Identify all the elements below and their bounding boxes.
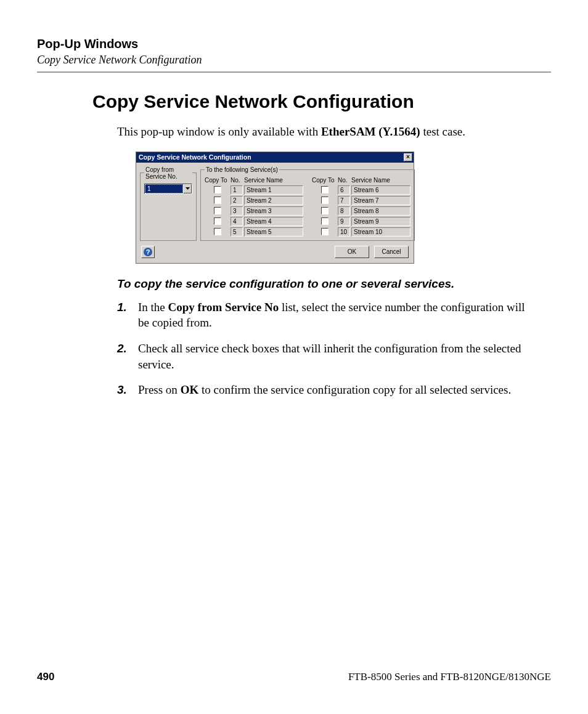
service-name: Stream 5: [244, 227, 303, 237]
intro-paragraph: This pop-up window is only available wit…: [117, 124, 539, 140]
col-no: No.: [338, 177, 351, 184]
service-header-row: Copy To No. Service Name: [312, 177, 410, 184]
dialog-titlebar: Copy Service Network Configuration ×: [136, 152, 414, 163]
service-row: 5 Stream 5: [205, 227, 303, 237]
service-name: Stream 1: [244, 185, 303, 195]
ok-button[interactable]: OK: [335, 246, 369, 258]
service-checkbox[interactable]: [321, 186, 329, 193]
product-name: FTB-8500 Series and FTB-8120NGE/8130NGE: [348, 671, 551, 683]
step-3: Press on OK to confirm the service confi…: [117, 382, 539, 398]
step-3-post: to confirm the service configuration cop…: [198, 383, 511, 396]
col-copy-to: Copy To: [205, 177, 231, 184]
copy-to-group: To the following Service(s) Copy To No. …: [200, 166, 415, 241]
service-row: 10 Stream 10: [312, 227, 410, 237]
service-no: 3: [231, 206, 243, 216]
service-no: 6: [338, 185, 350, 195]
service-row: 8 Stream 8: [312, 206, 410, 216]
service-checkbox[interactable]: [321, 228, 329, 235]
intro-post: test case.: [420, 125, 465, 138]
service-no: 7: [338, 196, 350, 205]
instruction-steps: In the Copy from Service No list, select…: [117, 299, 539, 398]
cancel-button[interactable]: Cancel: [374, 246, 409, 258]
copy-from-group: Copy from Service No. 1: [140, 166, 197, 241]
svg-marker-0: [186, 187, 190, 190]
col-name: Service Name: [244, 177, 303, 184]
service-checkbox[interactable]: [214, 197, 221, 204]
service-name: Stream 8: [351, 206, 410, 216]
service-row: 2 Stream 2: [205, 196, 303, 205]
step-2-text: Check all service check boxes that will …: [138, 342, 521, 371]
page-title: Copy Service Network Configuration: [92, 91, 551, 112]
intro-bold: EtherSAM (Y.1564): [321, 125, 420, 138]
service-no: 9: [338, 217, 350, 226]
dialog-title: Copy Service Network Configuration: [139, 153, 251, 161]
copy-from-legend: Copy from Service No.: [144, 166, 192, 180]
help-button[interactable]: ?: [141, 246, 155, 258]
copy-from-value: 1: [145, 184, 183, 193]
col-copy-to: Copy To: [312, 177, 338, 184]
page-footer: 490 FTB-8500 Series and FTB-8120NGE/8130…: [37, 671, 551, 683]
service-checkbox[interactable]: [214, 186, 221, 193]
step-3-bold: OK: [181, 383, 199, 396]
service-row: 3 Stream 3: [205, 206, 303, 216]
copy-service-dialog: Copy Service Network Configuration × Cop…: [136, 152, 414, 264]
close-button[interactable]: ×: [404, 153, 412, 161]
copy-to-legend: To the following Service(s): [205, 166, 279, 173]
col-name: Service Name: [351, 177, 410, 184]
close-icon: ×: [406, 154, 410, 160]
step-1: In the Copy from Service No list, select…: [117, 299, 539, 331]
service-no: 5: [231, 227, 243, 237]
service-row: 1 Stream 1: [205, 185, 303, 195]
service-no: 8: [338, 206, 350, 216]
service-header-row: Copy To No. Service Name: [205, 177, 303, 184]
step-1-pre: In the: [138, 301, 168, 314]
dropdown-arrow-icon: [183, 184, 192, 193]
header-divider: [37, 71, 551, 73]
service-name: Stream 6: [351, 185, 410, 195]
copy-from-dropdown[interactable]: 1: [144, 184, 192, 194]
service-checkbox[interactable]: [214, 207, 221, 214]
service-row: 7 Stream 7: [312, 196, 410, 205]
service-checkbox[interactable]: [214, 217, 221, 225]
service-row: 9 Stream 9: [312, 217, 410, 226]
step-1-bold: Copy from Service No: [168, 301, 279, 314]
service-name: Stream 10: [351, 227, 410, 237]
service-no: 10: [338, 227, 350, 237]
service-checkbox[interactable]: [321, 217, 329, 225]
help-icon: ?: [144, 248, 152, 256]
col-no: No.: [231, 177, 244, 184]
step-2: Check all service check boxes that will …: [117, 341, 539, 372]
chapter-title: Pop-Up Windows: [37, 37, 551, 51]
section-subtitle: Copy Service Network Configuration: [37, 54, 551, 67]
service-checkbox[interactable]: [214, 228, 221, 235]
service-name: Stream 3: [244, 206, 303, 216]
service-no: 2: [231, 196, 243, 205]
service-name: Stream 7: [351, 196, 410, 205]
service-row: 4 Stream 4: [205, 217, 303, 226]
service-name: Stream 9: [351, 217, 410, 226]
service-row: 6 Stream 6: [312, 185, 410, 195]
service-no: 1: [231, 185, 243, 195]
instructions-title: To copy the service configuration to one…: [117, 277, 539, 291]
step-3-pre: Press on: [138, 383, 181, 396]
service-checkbox[interactable]: [321, 197, 329, 204]
service-checkbox[interactable]: [321, 207, 329, 214]
service-name: Stream 4: [244, 217, 303, 226]
intro-pre: This pop-up window is only available wit…: [117, 125, 321, 138]
service-no: 4: [231, 217, 243, 226]
service-name: Stream 2: [244, 196, 303, 205]
page-number: 490: [37, 671, 54, 683]
